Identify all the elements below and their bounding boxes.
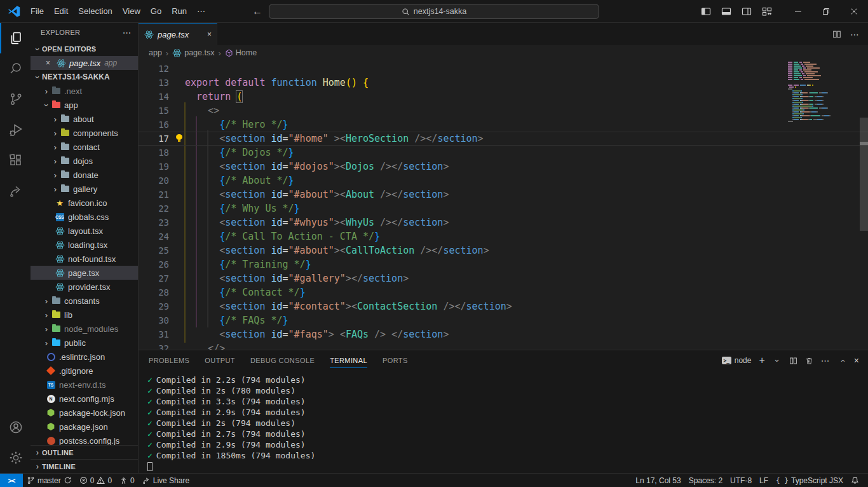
statusbar-problems[interactable]: 00 [76, 474, 116, 487]
tree-item-package-json[interactable]: package.json [31, 420, 138, 434]
tree-item-next-env-d-ts[interactable]: TSnext-env.d.ts [31, 378, 138, 392]
toggle-panel-icon[interactable] [718, 3, 735, 20]
code-line-25[interactable]: 25 <section id="#about"><CallToAction />… [139, 244, 868, 257]
editor-scrollbar[interactable] [860, 118, 868, 231]
code-line-13[interactable]: 13export default function Home() { [139, 76, 868, 90]
activitybar-live-share-icon[interactable] [0, 175, 31, 206]
statusbar-encoding[interactable]: UTF-8 [726, 474, 756, 487]
code-line-30[interactable]: 30 {/* FAQs */} [139, 313, 868, 327]
tab-page-tsx[interactable]: page.tsx × [139, 23, 217, 45]
code-line-19[interactable]: 19 <section id="#dojos"><Dojos /></secti… [139, 160, 868, 174]
menu-edit[interactable]: Edit [49, 4, 73, 18]
explorer-more-actions-icon[interactable]: ⋯ [123, 27, 132, 38]
remote-indicator[interactable]: >< [0, 474, 23, 487]
tree-item-loading-tsx[interactable]: loading.tsx [31, 238, 138, 252]
code-line-17[interactable]: 17 <section id="#home" ><HeroSection /><… [139, 132, 868, 146]
statusbar-cursor-position[interactable]: Ln 17, Col 53 [632, 474, 684, 487]
statusbar-language-mode[interactable]: { }TypeScript JSX [772, 474, 847, 487]
workspace-root-folder[interactable]: › NEXTJS14-SAKKA [31, 70, 138, 84]
tree-item-provider-tsx[interactable]: provider.tsx [31, 280, 138, 294]
code-line-12[interactable]: 12 [139, 62, 868, 76]
close-editor-icon[interactable]: × [46, 58, 56, 67]
code-line-20[interactable]: 20 {/* About */} [139, 174, 868, 188]
nav-back-button[interactable]: ← [252, 6, 262, 17]
code-line-16[interactable]: 16 {/* Hero */} [139, 118, 868, 132]
menu-file[interactable]: File [25, 4, 49, 18]
tree-item-components[interactable]: ›components [31, 126, 138, 140]
terminal-dropdown-icon[interactable]: › [773, 356, 781, 365]
tree-item--eslintrc-json[interactable]: .eslintrc.json [31, 350, 138, 364]
tree-item-app[interactable]: ›app [31, 98, 138, 112]
tree-item-globals-css[interactable]: CSSglobals.css [31, 210, 138, 224]
minimize-button[interactable] [784, 0, 812, 23]
tree-item-node-modules[interactable]: ›node_modules [31, 322, 138, 336]
tree-item--next[interactable]: ›.next [31, 84, 138, 98]
statusbar-live-share[interactable]: Live Share [139, 474, 193, 487]
panel-tab-ports[interactable]: PORTS [383, 353, 408, 368]
tree-item-public[interactable]: ›public [31, 336, 138, 350]
close-tab-icon[interactable]: × [207, 30, 212, 39]
kill-terminal-icon[interactable] [805, 357, 813, 365]
toggle-sidebar-icon[interactable] [698, 3, 714, 20]
code-line-28[interactable]: 28 {/* Contact */} [139, 285, 868, 299]
close-window-button[interactable] [840, 0, 868, 23]
code-line-15[interactable]: 15 <> [139, 104, 868, 118]
tree-item-constants[interactable]: ›constants [31, 294, 138, 308]
split-editor-icon[interactable] [832, 30, 841, 39]
minimap[interactable] [788, 62, 859, 123]
code-line-18[interactable]: 18 {/* Dojos */} [139, 146, 868, 160]
tree-item-favicon-ico[interactable]: ★favicon.ico [31, 196, 138, 210]
menu-selection[interactable]: Selection [73, 4, 117, 18]
terminal-output[interactable]: ✓Compiled in 2.2s (794 modules)✓Compiled… [139, 371, 868, 474]
customize-layout-icon[interactable] [759, 3, 775, 20]
code-line-29[interactable]: 29 <section id="#contact"><ContactSectio… [139, 299, 868, 313]
toggle-secondary-sidebar-icon[interactable] [738, 3, 755, 20]
statusbar-notifications[interactable] [847, 474, 863, 487]
open-editors-header[interactable]: › OPEN EDITORS [31, 42, 138, 56]
activitybar-accounts-icon[interactable] [0, 412, 31, 442]
open-editor-item-page-tsx[interactable]: × page.tsx app [31, 56, 138, 70]
statusbar-ports[interactable]: 0 [116, 474, 139, 487]
tree-item-about[interactable]: ›about [31, 112, 138, 126]
panel-tab-terminal[interactable]: TERMINAL [330, 353, 367, 368]
code-editor[interactable]: 1213export default function Home() {14 r… [139, 60, 868, 350]
panel-tab-debug-console[interactable]: DEBUG CONSOLE [250, 353, 315, 368]
tree-item-layout-tsx[interactable]: layout.tsx [31, 224, 138, 238]
activitybar-explorer-icon[interactable] [0, 23, 31, 53]
new-terminal-icon[interactable]: + [759, 355, 764, 366]
timeline-section[interactable]: › TIMELINE [31, 459, 138, 473]
panel-tab-output[interactable]: OUTPUT [205, 353, 235, 368]
activitybar-settings-icon[interactable] [0, 442, 31, 473]
activitybar-source-control-icon[interactable] [0, 84, 31, 114]
menu-run[interactable]: Run [166, 4, 192, 18]
statusbar-branch[interactable]: master [23, 474, 76, 487]
statusbar-eol[interactable]: LF [756, 474, 772, 487]
tree-item-donate[interactable]: ›donate [31, 168, 138, 182]
code-line-26[interactable]: 26 {/* Training */} [139, 257, 868, 271]
code-line-14[interactable]: 14 return ( [139, 90, 868, 104]
code-line-27[interactable]: 27 <section id="#gallery"></section> [139, 271, 868, 285]
tree-item-next-config-mjs[interactable]: Nnext.config.mjs [31, 392, 138, 406]
tree-item-package-lock-json[interactable]: package-lock.json [31, 406, 138, 420]
tree-item-not-found-tsx[interactable]: not-found.tsx [31, 252, 138, 266]
menu-go[interactable]: Go [146, 4, 166, 18]
menu-more[interactable]: ⋯ [192, 4, 210, 18]
panel-tab-problems[interactable]: PROBLEMS [149, 353, 189, 368]
activitybar-extensions-icon[interactable] [0, 145, 31, 175]
code-line-31[interactable]: 31 <section id="#faqs"> <FAQs /> </secti… [139, 327, 868, 341]
code-line-23[interactable]: 23 <section id="#whyus"><WhyUs /></secti… [139, 216, 868, 230]
code-line-21[interactable]: 21 <section id="#about"><About /></secti… [139, 188, 868, 202]
lightbulb-icon[interactable] [175, 134, 183, 142]
code-line-22[interactable]: 22 {/* Why Us */} [139, 202, 868, 216]
tree-item-contact[interactable]: ›contact [31, 140, 138, 154]
restore-button[interactable] [812, 0, 840, 23]
command-center-search[interactable]: nextjs14-sakka [269, 4, 599, 19]
activitybar-run-debug-icon[interactable] [0, 114, 31, 145]
activitybar-search-icon[interactable] [0, 53, 31, 84]
breadcrumb-Home[interactable]: Home [225, 48, 257, 57]
tree-item-postcss-config-js[interactable]: postcss.config.js [31, 434, 138, 445]
terminal-instance[interactable]: >_ node [722, 356, 752, 365]
outline-section[interactable]: › OUTLINE [31, 445, 138, 459]
code-line-24[interactable]: 24 {/* Call To Action - CTA */} [139, 230, 868, 244]
breadcrumb-page-tsx[interactable]: page.tsx [172, 48, 214, 58]
